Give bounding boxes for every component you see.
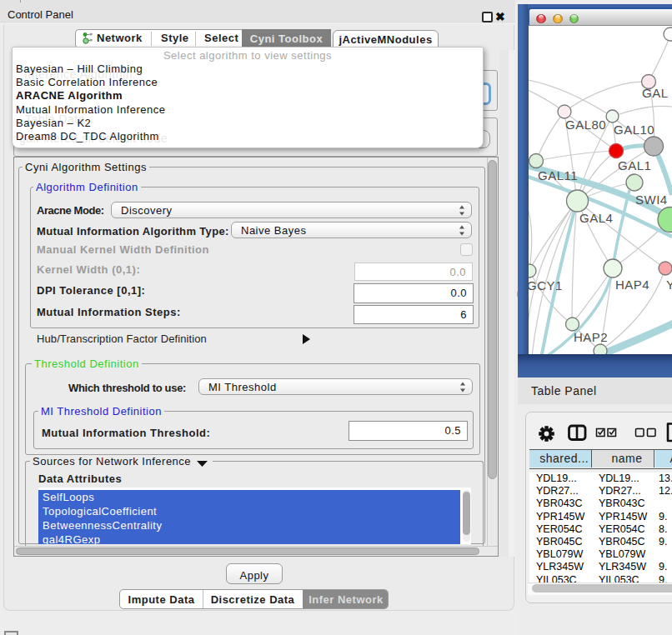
svg-text:HAP2: HAP2	[574, 330, 608, 344]
svg-text:Y: Y	[666, 278, 672, 292]
svg-text:GAL10: GAL10	[614, 122, 654, 137]
svg-text:GAL11: GAL11	[538, 168, 578, 182]
svg-text:GAL80: GAL80	[565, 118, 606, 132]
svg-text:HAP4: HAP4	[615, 278, 649, 292]
svg-text:GAL1: GAL1	[618, 158, 651, 172]
svg-text:GCY1: GCY1	[528, 278, 562, 292]
svg-text:SWI4: SWI4	[635, 192, 668, 207]
svg-text:GAL: GAL	[642, 86, 669, 100]
svg-text:GAL4: GAL4	[579, 211, 613, 225]
